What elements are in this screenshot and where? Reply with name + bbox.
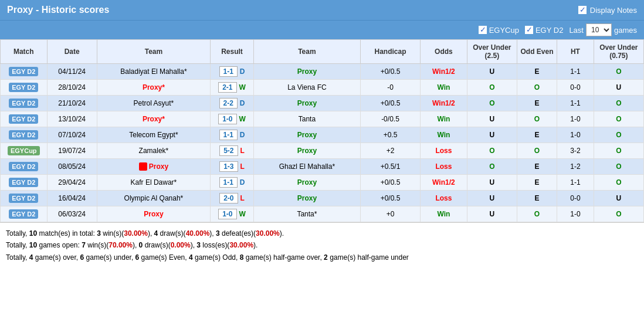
cell-ht-over-under: O	[594, 159, 643, 175]
cell-league: EGY D2	[1, 159, 48, 175]
cell-odd-even: E	[517, 127, 557, 143]
cell-ht: 1-1	[557, 64, 594, 80]
cell-date: 16/04/24	[47, 191, 97, 206]
cell-over-under: U	[467, 175, 517, 191]
cell-ht-over-under: O	[594, 127, 643, 143]
league-badge: EGY D2	[9, 114, 38, 124]
col-team1: Team	[97, 40, 210, 64]
table-row: EGY D221/10/24Petrol Asyut*2-2DProxy+0/0…	[1, 96, 644, 111]
egyd2-checkbox[interactable]	[525, 26, 533, 34]
cell-date: 19/07/24	[47, 143, 97, 159]
cell-ht: 1-0	[557, 127, 594, 143]
cell-ht-over-under: O	[594, 96, 643, 111]
cell-league: EGY D2	[1, 111, 48, 127]
col-result: Result	[211, 40, 254, 64]
cell-odds: Loss	[421, 143, 467, 159]
cell-over-under: O	[467, 143, 517, 159]
table-row: EGY D208/05/24Proxy1-3LGhazl El Mahalla*…	[1, 159, 644, 175]
egycup-checkbox[interactable]	[479, 26, 487, 34]
cell-result: 1-3L	[211, 159, 254, 175]
cell-ht-over-under: O	[594, 64, 643, 80]
cell-result: 1-0W	[211, 206, 254, 222]
display-notes-checkbox[interactable]	[578, 6, 587, 14]
cell-league: EGY D2	[1, 127, 48, 143]
scores-table: Match Date Team Result Team Handicap Odd…	[0, 39, 644, 222]
cell-ht-over-under: O	[594, 111, 643, 127]
cell-odd-even: E	[517, 96, 557, 111]
cell-ht: 3-2	[557, 143, 594, 159]
team-icon	[139, 162, 147, 171]
cell-team2: Proxy	[253, 96, 360, 111]
egyd2-filter: EGY D2	[525, 26, 563, 35]
cell-handicap: +0	[360, 206, 420, 222]
cell-ht: 1-0	[557, 206, 594, 222]
cell-result: 1-1D	[211, 64, 254, 80]
header: Proxy - Historic scores Display Notes	[0, 0, 644, 20]
cell-odds: Win	[421, 127, 467, 143]
cell-date: 13/10/24	[47, 111, 97, 127]
last-select[interactable]: 10 5 15 20 25 30	[586, 23, 612, 36]
display-notes-area: Display Notes	[578, 6, 637, 15]
cell-team2: Ghazl El Mahalla*	[253, 159, 360, 175]
table-row: EGY D206/03/24Proxy1-0WTanta*+0WinUO1-0O	[1, 206, 644, 222]
league-badge: EGY D2	[9, 194, 38, 203]
cell-league: EGY D2	[1, 96, 48, 111]
cell-ht: 1-2	[557, 159, 594, 175]
cell-team1: Olympic Al Qanah*	[97, 191, 210, 206]
cell-odd-even: E	[517, 159, 557, 175]
cell-result: 1-1D	[211, 127, 254, 143]
cell-date: 08/05/24	[47, 159, 97, 175]
cell-league: EGY D2	[1, 191, 48, 206]
cell-over-under: U	[467, 64, 517, 80]
cell-team1: Telecom Egypt*	[97, 127, 210, 143]
cell-team1: Petrol Asyut*	[97, 96, 210, 111]
cell-ht-over-under: U	[594, 80, 643, 96]
cell-date: 21/10/24	[47, 96, 97, 111]
cell-odd-even: E	[517, 64, 557, 80]
cell-odd-even: O	[517, 143, 557, 159]
cell-team1: Baladiyat El Mahalla*	[97, 64, 210, 80]
league-badge: EGY D2	[9, 162, 38, 171]
col-odds: Odds	[421, 40, 467, 64]
summary-line: Totally, 10 games open: 7 win(s)(70.00%)…	[6, 239, 638, 251]
cell-result: 1-0W	[211, 111, 254, 127]
cell-odds: Loss	[421, 159, 467, 175]
cell-league: EGY D2	[1, 175, 48, 191]
league-badge: EGY D2	[9, 83, 38, 92]
cell-result: 2-2D	[211, 96, 254, 111]
cell-ht: 1-1	[557, 175, 594, 191]
cell-odds: Win	[421, 80, 467, 96]
col-oe: Odd Even	[517, 40, 557, 64]
col-ht: HT	[557, 40, 594, 64]
page-title: Proxy - Historic scores	[7, 5, 109, 15]
cell-handicap: +0/0.5	[360, 191, 420, 206]
cell-over-under: U	[467, 206, 517, 222]
col-date: Date	[47, 40, 97, 64]
cell-odd-even: E	[517, 191, 557, 206]
cell-result: 5-2L	[211, 143, 254, 159]
cell-team2: Proxy	[253, 64, 360, 80]
last-filter: Last 10 5 15 20 25 30 games	[569, 23, 637, 36]
cell-team1: Proxy*	[97, 80, 210, 96]
cell-over-under: U	[467, 111, 517, 127]
egycup-label: EGYCup	[489, 26, 519, 35]
cell-date: 29/04/24	[47, 175, 97, 191]
cell-odds: Loss	[421, 191, 467, 206]
cell-date: 06/03/24	[47, 206, 97, 222]
cell-team2: Tanta*	[253, 206, 360, 222]
cell-handicap: -0/0.5	[360, 111, 420, 127]
last-label: Last	[569, 26, 584, 35]
cell-over-under: U	[467, 127, 517, 143]
cell-handicap: +0/0.5	[360, 64, 420, 80]
egyd2-label: EGY D2	[535, 26, 563, 35]
cell-handicap: +0/0.5	[360, 96, 420, 111]
cell-league: EGY D2	[1, 64, 48, 80]
table-row: EGYCup19/07/24Zamalek*5-2LProxy+2LossOO3…	[1, 143, 644, 159]
col-match: Match	[1, 40, 48, 64]
games-label: games	[614, 26, 637, 35]
app-container: Proxy - Historic scores Display Notes EG…	[0, 0, 644, 268]
cell-ht: 1-1	[557, 96, 594, 111]
cell-date: 28/10/24	[47, 80, 97, 96]
cell-odds: Win1/2	[421, 175, 467, 191]
cell-ht: 0-0	[557, 80, 594, 96]
